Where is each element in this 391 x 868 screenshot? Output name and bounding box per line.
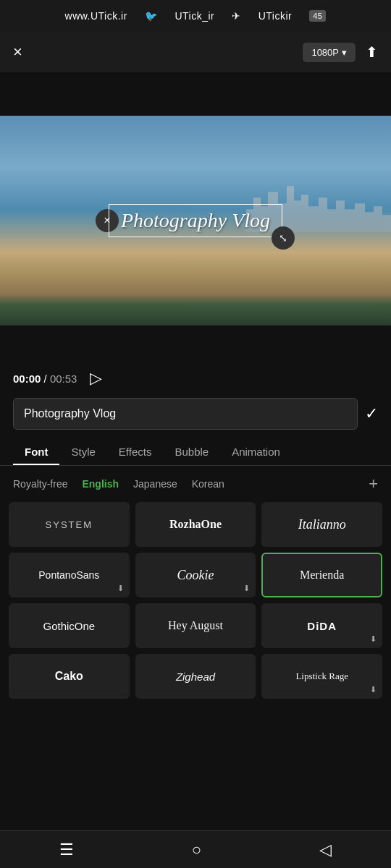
video-text-overlay: Photography Vlog (121, 209, 270, 231)
font-label-rozhaone: RozhaOne (169, 518, 222, 531)
space-bottom (0, 326, 391, 369)
back-icon[interactable]: ◁ (319, 841, 332, 859)
tab-animation[interactable]: Animation (220, 440, 292, 465)
time-separator: / (44, 373, 47, 385)
download-icon-dida: ⬇ (370, 634, 377, 644)
toolbar: × 1080P ▾ ⬆ (0, 32, 391, 72)
font-label-gothicone: GothicOne (43, 620, 95, 632)
font-grid: SYSTEM RozhaOne Italianno PontanoSans ⬇ … (0, 502, 391, 707)
tab-effects[interactable]: Effects (107, 440, 164, 465)
upload-button[interactable]: ⬆ (366, 43, 378, 61)
font-cell-system[interactable]: SYSTEM (9, 502, 130, 547)
text-input-row: ✓ (0, 398, 391, 437)
font-label-merienda: Merienda (300, 569, 344, 582)
timeline: 00:00 / 00:53 ▷ (0, 369, 391, 398)
font-cell-pontanosans[interactable]: PontanoSans ⬇ (9, 553, 130, 597)
top-bar: www.UTick.ir 🐦 UTick_ir ✈ UTickir 45 (0, 0, 391, 32)
tab-style[interactable]: Style (59, 440, 106, 465)
time-display: 00:00 / 00:53 (13, 373, 77, 385)
chevron-down-icon: ▾ (342, 47, 347, 58)
website-label: www.UTick.ir (65, 10, 127, 22)
download-icon-pontanosans: ⬇ (117, 584, 124, 593)
filter-royalty-free[interactable]: Royalty-free (13, 478, 67, 490)
tabs-bar: Font Style Effects Bubble Animation (0, 437, 391, 466)
close-button[interactable]: × (13, 43, 22, 61)
font-label-dida: DiDA (307, 620, 337, 632)
twitter-icon: 🐦 (145, 10, 158, 22)
twitter-label: UTick_ir (175, 10, 214, 22)
font-cell-gothicone[interactable]: GothicOne (9, 603, 130, 648)
font-cell-cako[interactable]: Cako (9, 654, 130, 699)
telegram-icon: ✈ (232, 10, 241, 22)
tab-bubble[interactable]: Bubble (163, 440, 220, 465)
font-cell-merienda[interactable]: Merienda (261, 553, 382, 597)
current-time: 00:00 (13, 373, 41, 385)
font-cell-heyaugust[interactable]: Hey August (135, 603, 256, 648)
filter-english[interactable]: English (82, 478, 119, 490)
text-box[interactable]: Photography Vlog ⤡ (109, 204, 282, 237)
text-input-field[interactable] (13, 398, 358, 430)
add-filter-button[interactable]: + (369, 475, 378, 493)
font-label-cako: Cako (55, 670, 83, 683)
space-top (0, 72, 391, 116)
font-label-system: SYSTEM (46, 519, 93, 530)
home-icon[interactable]: ○ (192, 841, 201, 859)
font-cell-lipstickrage[interactable]: Lipstick Rage ⬇ (261, 654, 382, 699)
menu-icon[interactable]: ☰ (59, 841, 74, 859)
telegram-label: UTickir (258, 10, 293, 22)
font-filter-row: Royalty-free English Japanese Korean + (0, 466, 391, 502)
download-icon-lipstickrage: ⬇ (370, 685, 377, 694)
font-cell-italianno[interactable]: Italianno (261, 502, 382, 547)
battery-indicator: 45 (309, 10, 326, 22)
font-label-heyaugust: Hey August (168, 619, 223, 632)
font-label-zighead: Zighead (176, 671, 215, 683)
total-time: 00:53 (50, 373, 77, 385)
download-icon-cookie: ⬇ (243, 584, 250, 593)
font-label-pontanosans: PontanoSans (38, 569, 99, 581)
tab-font[interactable]: Font (13, 440, 59, 465)
bottom-nav: ☰ ○ ◁ (0, 830, 391, 868)
font-cell-zighead[interactable]: Zighead (135, 654, 256, 699)
font-label-italianno: Italianno (298, 517, 346, 532)
filter-japanese[interactable]: Japanese (133, 478, 177, 490)
font-cell-cookie[interactable]: Cookie ⬇ (135, 553, 256, 597)
font-cell-rozhaone[interactable]: RozhaOne (135, 502, 256, 547)
font-cell-dida[interactable]: DiDA ⬇ (261, 603, 382, 648)
play-button[interactable]: ▷ (90, 369, 102, 388)
filter-korean[interactable]: Korean (192, 478, 224, 490)
confirm-button[interactable]: ✓ (365, 404, 378, 423)
video-preview: × Photography Vlog ⤡ (0, 116, 391, 326)
resolution-button[interactable]: 1080P ▾ (303, 43, 356, 62)
text-overlay-container[interactable]: × Photography Vlog ⤡ (109, 204, 282, 237)
toolbar-right: 1080P ▾ ⬆ (303, 43, 378, 62)
font-label-lipstickrage: Lipstick Rage (295, 671, 348, 682)
resize-handle[interactable]: ⤡ (272, 226, 295, 250)
font-label-cookie: Cookie (177, 568, 214, 583)
